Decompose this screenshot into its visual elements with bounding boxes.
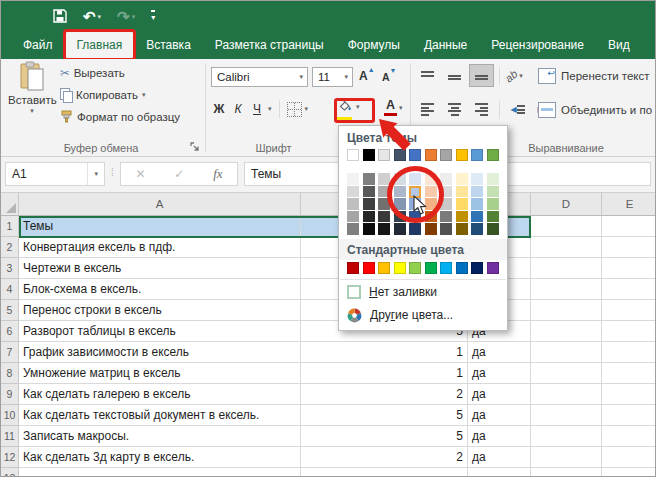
ribbon-tab-1[interactable]: Главная <box>65 31 135 59</box>
shade-swatch-r4-c8[interactable] <box>471 223 483 236</box>
cell-B13[interactable] <box>301 468 468 477</box>
shade-swatch-r4-c2[interactable] <box>378 223 390 236</box>
ribbon-tab-3[interactable]: Разметка страницы <box>203 31 336 59</box>
theme-color-swatch-1[interactable] <box>363 149 375 161</box>
shade-swatch-r4-c4[interactable] <box>409 223 421 236</box>
ribbon-tab-2[interactable]: Вставка <box>134 31 203 59</box>
shade-swatch-r2-c6[interactable] <box>440 198 452 211</box>
cut-button[interactable]: ✂ Вырезать <box>60 66 125 80</box>
row-header-11[interactable]: 11 <box>1 426 19 447</box>
italic-button[interactable]: К <box>230 102 246 116</box>
cell-A12[interactable]: Как сделать 3д карту в ексель. <box>19 447 301 468</box>
row-header-1[interactable]: 1 <box>1 216 19 237</box>
clipboard-dialog-launcher[interactable] <box>190 142 200 152</box>
font-name-combobox[interactable]: Calibri ▾ <box>211 67 308 87</box>
theme-color-swatch-7[interactable] <box>456 149 468 161</box>
cell-A7[interactable]: График зависимости в ексель <box>19 342 301 363</box>
shade-swatch-r2-c8[interactable] <box>471 198 483 211</box>
select-all-corner[interactable] <box>1 193 19 216</box>
theme-color-swatch-9[interactable] <box>487 149 499 161</box>
theme-color-swatch-3[interactable] <box>394 149 406 161</box>
shade-swatch-r2-c7[interactable] <box>456 198 468 211</box>
row-header-9[interactable]: 9 <box>1 384 19 405</box>
cell-A1[interactable]: Темы <box>19 216 301 237</box>
row-header-13[interactable]: 13 <box>1 468 19 477</box>
cell-E11[interactable] <box>602 426 656 447</box>
underline-button[interactable]: Ч <box>249 102 265 116</box>
row-header-5[interactable]: 5 <box>1 300 19 321</box>
cell-D11[interactable] <box>531 426 602 447</box>
name-box-caret-icon[interactable]: ▾ <box>87 163 104 185</box>
cell-E13[interactable] <box>602 468 656 477</box>
shade-swatch-r3-c1[interactable] <box>363 211 375 224</box>
cell-E5[interactable] <box>602 300 656 321</box>
shade-swatch-r3-c0[interactable] <box>347 211 359 224</box>
orientation-button[interactable]: ab <box>503 67 520 84</box>
align-center-button[interactable] <box>442 98 467 121</box>
cell-E2[interactable] <box>602 237 656 258</box>
standard-color-swatch-5[interactable] <box>425 262 437 274</box>
shade-swatch-r0-c9[interactable] <box>487 173 499 186</box>
standard-color-swatch-9[interactable] <box>487 262 499 274</box>
format-painter-button[interactable]: Формат по образцу <box>60 110 180 123</box>
cell-D3[interactable] <box>531 258 602 279</box>
cell-D10[interactable] <box>531 405 602 426</box>
align-middle-button[interactable] <box>442 64 467 87</box>
borders-caret-icon[interactable]: ▾ <box>305 105 309 113</box>
fill-color-button[interactable]: ▾ <box>337 98 360 121</box>
cell-E7[interactable] <box>602 342 656 363</box>
theme-color-swatch-0[interactable] <box>347 149 359 161</box>
column-header-A[interactable]: A <box>19 193 301 216</box>
shade-swatch-r3-c4[interactable] <box>409 211 421 224</box>
row-header-12[interactable]: 12 <box>1 447 19 468</box>
increase-font-size-button[interactable]: А▲ <box>359 69 375 83</box>
shade-swatch-r0-c3[interactable] <box>394 173 406 186</box>
align-right-button[interactable] <box>469 98 494 121</box>
theme-color-swatch-5[interactable] <box>425 149 437 161</box>
bold-button[interactable]: Ж <box>211 102 227 116</box>
cell-A4[interactable]: Блок-схема в ексель. <box>19 279 301 300</box>
cell-B9[interactable]: 2 <box>301 384 468 405</box>
cell-D9[interactable] <box>531 384 602 405</box>
save-button[interactable] <box>53 9 67 23</box>
merge-center-button[interactable]: Объединить и по <box>538 102 652 118</box>
cell-E9[interactable] <box>602 384 656 405</box>
align-left-button[interactable] <box>415 98 440 121</box>
copy-button[interactable]: Копировать ▾ <box>60 88 145 101</box>
copy-caret-icon[interactable]: ▾ <box>142 91 146 99</box>
shade-swatch-r2-c4[interactable] <box>409 198 421 211</box>
font-color-caret-icon[interactable]: ▾ <box>399 104 403 112</box>
cell-E8[interactable] <box>602 363 656 384</box>
font-size-caret-icon[interactable]: ▾ <box>340 73 352 81</box>
cell-A13[interactable] <box>19 468 301 477</box>
underline-caret-icon[interactable]: ▾ <box>268 105 272 113</box>
cell-E1[interactable] <box>602 216 656 237</box>
cell-B7[interactable]: 1 <box>301 342 468 363</box>
row-header-10[interactable]: 10 <box>1 405 19 426</box>
column-header-E[interactable]: E <box>602 193 656 216</box>
shade-swatch-r3-c6[interactable] <box>440 211 452 224</box>
standard-color-swatch-1[interactable] <box>363 262 375 274</box>
shade-swatch-r4-c6[interactable] <box>440 223 452 236</box>
shade-swatch-r3-c8[interactable] <box>471 211 483 224</box>
cell-B12[interactable]: 2 <box>301 447 468 468</box>
shade-swatch-r1-c0[interactable] <box>347 186 359 199</box>
shade-swatch-r0-c5[interactable] <box>425 173 437 186</box>
highlighted-shade-swatch[interactable] <box>409 186 421 199</box>
cell-E6[interactable] <box>602 321 656 342</box>
shade-swatch-r2-c0[interactable] <box>347 198 359 211</box>
cell-D5[interactable] <box>531 300 602 321</box>
theme-color-swatch-4[interactable] <box>409 149 421 161</box>
ribbon-tab-0[interactable]: Файл <box>11 31 65 59</box>
font-size-combobox[interactable]: 11 ▾ <box>312 67 353 87</box>
shade-swatch-r1-c7[interactable] <box>456 186 468 199</box>
theme-color-swatch-6[interactable] <box>440 149 452 161</box>
cell-C9[interactable]: да <box>468 384 531 405</box>
no-fill-item[interactable]: Нет заливки <box>339 281 507 304</box>
decrease-font-size-button[interactable]: А▼ <box>382 70 397 83</box>
shade-swatch-r0-c0[interactable] <box>347 173 359 186</box>
shade-swatch-r2-c5[interactable] <box>425 198 437 211</box>
ribbon-tab-5[interactable]: Данные <box>412 31 479 59</box>
standard-color-swatch-2[interactable] <box>378 262 390 274</box>
shade-swatch-r1-c2[interactable] <box>378 186 390 199</box>
